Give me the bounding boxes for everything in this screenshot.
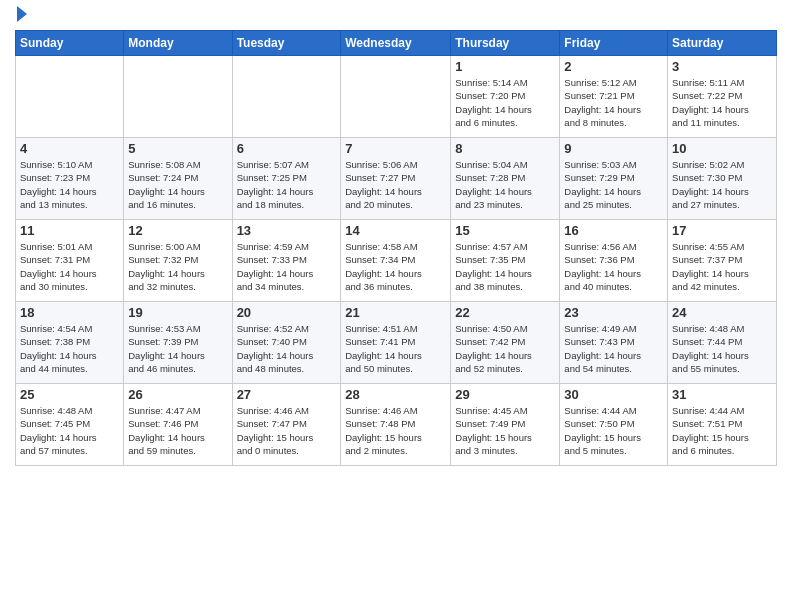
day-number: 17 — [672, 223, 772, 238]
day-info: Sunrise: 4:55 AM Sunset: 7:37 PM Dayligh… — [672, 240, 772, 293]
calendar-cell: 30Sunrise: 4:44 AM Sunset: 7:50 PM Dayli… — [560, 384, 668, 466]
calendar-header-monday: Monday — [124, 31, 232, 56]
calendar-week-row: 11Sunrise: 5:01 AM Sunset: 7:31 PM Dayli… — [16, 220, 777, 302]
day-info: Sunrise: 4:46 AM Sunset: 7:48 PM Dayligh… — [345, 404, 446, 457]
calendar-header-tuesday: Tuesday — [232, 31, 341, 56]
day-info: Sunrise: 5:06 AM Sunset: 7:27 PM Dayligh… — [345, 158, 446, 211]
day-info: Sunrise: 5:02 AM Sunset: 7:30 PM Dayligh… — [672, 158, 772, 211]
day-number: 30 — [564, 387, 663, 402]
calendar-cell: 21Sunrise: 4:51 AM Sunset: 7:41 PM Dayli… — [341, 302, 451, 384]
calendar-cell — [16, 56, 124, 138]
day-number: 23 — [564, 305, 663, 320]
day-number: 24 — [672, 305, 772, 320]
calendar-cell — [232, 56, 341, 138]
calendar-cell: 23Sunrise: 4:49 AM Sunset: 7:43 PM Dayli… — [560, 302, 668, 384]
day-info: Sunrise: 4:44 AM Sunset: 7:50 PM Dayligh… — [564, 404, 663, 457]
day-info: Sunrise: 4:58 AM Sunset: 7:34 PM Dayligh… — [345, 240, 446, 293]
day-number: 5 — [128, 141, 227, 156]
calendar-table: SundayMondayTuesdayWednesdayThursdayFrid… — [15, 30, 777, 466]
logo — [15, 10, 27, 22]
day-number: 2 — [564, 59, 663, 74]
day-number: 15 — [455, 223, 555, 238]
calendar-cell: 12Sunrise: 5:00 AM Sunset: 7:32 PM Dayli… — [124, 220, 232, 302]
day-number: 1 — [455, 59, 555, 74]
day-info: Sunrise: 4:46 AM Sunset: 7:47 PM Dayligh… — [237, 404, 337, 457]
day-info: Sunrise: 5:03 AM Sunset: 7:29 PM Dayligh… — [564, 158, 663, 211]
day-info: Sunrise: 5:07 AM Sunset: 7:25 PM Dayligh… — [237, 158, 337, 211]
day-number: 31 — [672, 387, 772, 402]
calendar-cell: 24Sunrise: 4:48 AM Sunset: 7:44 PM Dayli… — [668, 302, 777, 384]
calendar-week-row: 25Sunrise: 4:48 AM Sunset: 7:45 PM Dayli… — [16, 384, 777, 466]
day-number: 22 — [455, 305, 555, 320]
day-number: 25 — [20, 387, 119, 402]
calendar-cell: 2Sunrise: 5:12 AM Sunset: 7:21 PM Daylig… — [560, 56, 668, 138]
day-info: Sunrise: 4:47 AM Sunset: 7:46 PM Dayligh… — [128, 404, 227, 457]
day-info: Sunrise: 5:11 AM Sunset: 7:22 PM Dayligh… — [672, 76, 772, 129]
calendar-cell: 19Sunrise: 4:53 AM Sunset: 7:39 PM Dayli… — [124, 302, 232, 384]
calendar-cell: 6Sunrise: 5:07 AM Sunset: 7:25 PM Daylig… — [232, 138, 341, 220]
calendar-cell: 14Sunrise: 4:58 AM Sunset: 7:34 PM Dayli… — [341, 220, 451, 302]
calendar-week-row: 4Sunrise: 5:10 AM Sunset: 7:23 PM Daylig… — [16, 138, 777, 220]
day-info: Sunrise: 4:52 AM Sunset: 7:40 PM Dayligh… — [237, 322, 337, 375]
calendar-cell — [341, 56, 451, 138]
day-info: Sunrise: 5:10 AM Sunset: 7:23 PM Dayligh… — [20, 158, 119, 211]
calendar-cell: 15Sunrise: 4:57 AM Sunset: 7:35 PM Dayli… — [451, 220, 560, 302]
day-number: 13 — [237, 223, 337, 238]
calendar-cell: 26Sunrise: 4:47 AM Sunset: 7:46 PM Dayli… — [124, 384, 232, 466]
calendar-cell: 29Sunrise: 4:45 AM Sunset: 7:49 PM Dayli… — [451, 384, 560, 466]
day-number: 11 — [20, 223, 119, 238]
day-number: 7 — [345, 141, 446, 156]
day-info: Sunrise: 4:48 AM Sunset: 7:44 PM Dayligh… — [672, 322, 772, 375]
day-number: 9 — [564, 141, 663, 156]
calendar-cell: 5Sunrise: 5:08 AM Sunset: 7:24 PM Daylig… — [124, 138, 232, 220]
day-number: 28 — [345, 387, 446, 402]
calendar-header-thursday: Thursday — [451, 31, 560, 56]
calendar-cell: 9Sunrise: 5:03 AM Sunset: 7:29 PM Daylig… — [560, 138, 668, 220]
day-number: 4 — [20, 141, 119, 156]
day-number: 12 — [128, 223, 227, 238]
header — [15, 10, 777, 22]
day-number: 21 — [345, 305, 446, 320]
day-info: Sunrise: 4:45 AM Sunset: 7:49 PM Dayligh… — [455, 404, 555, 457]
calendar-cell: 28Sunrise: 4:46 AM Sunset: 7:48 PM Dayli… — [341, 384, 451, 466]
calendar-week-row: 1Sunrise: 5:14 AM Sunset: 7:20 PM Daylig… — [16, 56, 777, 138]
calendar-cell: 17Sunrise: 4:55 AM Sunset: 7:37 PM Dayli… — [668, 220, 777, 302]
calendar-cell: 27Sunrise: 4:46 AM Sunset: 7:47 PM Dayli… — [232, 384, 341, 466]
calendar-cell: 25Sunrise: 4:48 AM Sunset: 7:45 PM Dayli… — [16, 384, 124, 466]
calendar-cell: 3Sunrise: 5:11 AM Sunset: 7:22 PM Daylig… — [668, 56, 777, 138]
day-info: Sunrise: 4:56 AM Sunset: 7:36 PM Dayligh… — [564, 240, 663, 293]
page: SundayMondayTuesdayWednesdayThursdayFrid… — [0, 0, 792, 612]
calendar-header-sunday: Sunday — [16, 31, 124, 56]
calendar-cell: 31Sunrise: 4:44 AM Sunset: 7:51 PM Dayli… — [668, 384, 777, 466]
day-number: 6 — [237, 141, 337, 156]
calendar-week-row: 18Sunrise: 4:54 AM Sunset: 7:38 PM Dayli… — [16, 302, 777, 384]
day-info: Sunrise: 5:08 AM Sunset: 7:24 PM Dayligh… — [128, 158, 227, 211]
calendar-header-wednesday: Wednesday — [341, 31, 451, 56]
day-number: 19 — [128, 305, 227, 320]
day-info: Sunrise: 4:49 AM Sunset: 7:43 PM Dayligh… — [564, 322, 663, 375]
calendar-cell: 7Sunrise: 5:06 AM Sunset: 7:27 PM Daylig… — [341, 138, 451, 220]
calendar-cell: 11Sunrise: 5:01 AM Sunset: 7:31 PM Dayli… — [16, 220, 124, 302]
day-info: Sunrise: 4:48 AM Sunset: 7:45 PM Dayligh… — [20, 404, 119, 457]
calendar-header-saturday: Saturday — [668, 31, 777, 56]
calendar-cell: 1Sunrise: 5:14 AM Sunset: 7:20 PM Daylig… — [451, 56, 560, 138]
logo-triangle-icon — [17, 6, 27, 22]
calendar-header-friday: Friday — [560, 31, 668, 56]
day-number: 27 — [237, 387, 337, 402]
day-number: 16 — [564, 223, 663, 238]
day-number: 26 — [128, 387, 227, 402]
calendar-cell: 18Sunrise: 4:54 AM Sunset: 7:38 PM Dayli… — [16, 302, 124, 384]
calendar-cell: 20Sunrise: 4:52 AM Sunset: 7:40 PM Dayli… — [232, 302, 341, 384]
day-info: Sunrise: 4:50 AM Sunset: 7:42 PM Dayligh… — [455, 322, 555, 375]
day-info: Sunrise: 4:54 AM Sunset: 7:38 PM Dayligh… — [20, 322, 119, 375]
calendar-cell — [124, 56, 232, 138]
calendar-cell: 4Sunrise: 5:10 AM Sunset: 7:23 PM Daylig… — [16, 138, 124, 220]
day-info: Sunrise: 4:57 AM Sunset: 7:35 PM Dayligh… — [455, 240, 555, 293]
day-number: 14 — [345, 223, 446, 238]
day-number: 3 — [672, 59, 772, 74]
calendar-header-row: SundayMondayTuesdayWednesdayThursdayFrid… — [16, 31, 777, 56]
day-number: 29 — [455, 387, 555, 402]
calendar-cell: 13Sunrise: 4:59 AM Sunset: 7:33 PM Dayli… — [232, 220, 341, 302]
day-number: 10 — [672, 141, 772, 156]
day-info: Sunrise: 4:51 AM Sunset: 7:41 PM Dayligh… — [345, 322, 446, 375]
